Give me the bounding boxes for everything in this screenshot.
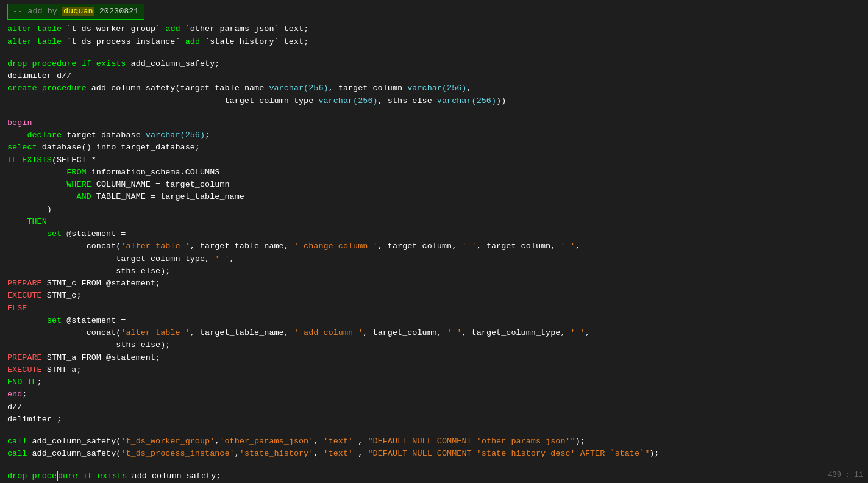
- comment-dashes: -- add by: [13, 7, 62, 16]
- line-declare: declare target_database varchar(256);: [0, 129, 868, 141]
- author-tag: duquan: [62, 7, 94, 16]
- line-set2: set @statement =: [0, 315, 868, 327]
- line-drop-proc1: drop procedure if exists add_column_safe…: [0, 58, 868, 70]
- line-and: AND TABLE_NAME = target_table_name: [0, 191, 868, 203]
- code-editor: -- add by duquan 20230821 alter table `t…: [0, 0, 868, 483]
- spacer2: [0, 107, 868, 117]
- line-alter1: alter table `t_ds_worker_group` add `oth…: [0, 23, 868, 35]
- line-concat1: concat('alter table ', target_table_name…: [0, 240, 868, 252]
- line-end-if: END IF;: [0, 376, 868, 388]
- line-then: THEN: [0, 216, 868, 228]
- line-call2: call add_column_safety('t_ds_process_ins…: [0, 448, 868, 460]
- line-create-proc: create procedure add_column_safety(targe…: [0, 82, 868, 95]
- line-call1: call add_column_safety('t_ds_worker_grou…: [0, 435, 868, 448]
- line-alter2: alter table `t_ds_process_instance` add …: [0, 36, 868, 48]
- line-delimiter1: delimiter d//: [0, 70, 868, 82]
- line-from: FROM information_schema.COLUMNS: [0, 166, 868, 179]
- line-execute2: EXECUTE STMT_a;: [0, 364, 868, 376]
- line-delimiter2: delimiter ;: [0, 413, 868, 426]
- line-select: select database() into target_database;: [0, 141, 868, 154]
- line-column-indicator: 439 : 11: [828, 470, 863, 481]
- line-prepare2: PREPARE STMT_a FROM @statement;: [0, 352, 868, 364]
- line-prepare1: PREPARE STMT_c FROM @statement;: [0, 277, 868, 290]
- line-where: WHERE COLUMN_NAME = target_column: [0, 179, 868, 191]
- line-else: ELSE: [0, 302, 868, 315]
- line-concat4: concat('alter table ', target_table_name…: [0, 327, 868, 339]
- line-if-exists: IF EXISTS(SELECT *: [0, 154, 868, 166]
- line-concat2: target_column_type, ' ',: [0, 253, 868, 265]
- spacer1: [0, 48, 868, 58]
- spacer3: [0, 426, 868, 435]
- line-drop-proc2: drop procedure if exists add_column_safe…: [0, 470, 868, 482]
- line-concat5: sths_else);: [0, 339, 868, 351]
- line-create-proc2: target_column_type varchar(256), sths_el…: [0, 95, 868, 107]
- line-paren: ): [0, 204, 868, 216]
- highlight-box: -- add by duquan 20230821: [7, 4, 144, 20]
- line-begin: begin: [0, 117, 868, 129]
- line-d-slash: d//: [0, 401, 868, 413]
- line-concat3: sths_else);: [0, 265, 868, 277]
- line-end-semi: end;: [0, 388, 868, 401]
- date-text: 20230821: [94, 7, 139, 16]
- line-execute1: EXECUTE STMT_c;: [0, 290, 868, 302]
- line-set1: set @statement =: [0, 228, 868, 240]
- spacer4: [0, 460, 868, 470]
